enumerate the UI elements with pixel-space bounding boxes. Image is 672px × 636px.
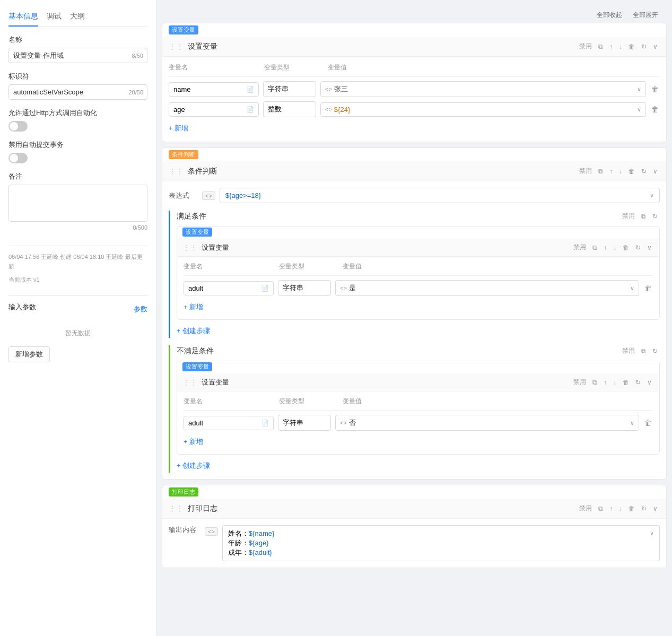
unsat-var-type-adult[interactable]: 字符串 [278,415,331,431]
var-value-age[interactable]: <> ${24} ∨ [320,102,646,117]
sat-var-table-header: 变量名 变量类型 变量值 [184,262,653,276]
set-var-block-1: 设置变量 ⋮⋮ 设置变量 禁用 ⧉ ↑ ↓ 🗑 ↻ ∨ 变量名 [162,23,667,142]
tab-basic-info[interactable]: 基本信息 [8,8,38,27]
set-var-title-1: 设置变量 [188,42,577,51]
expand-btn-cond[interactable]: ∨ [651,167,660,176]
copy-btn-sat[interactable]: ⧉ [639,212,648,221]
expr-value-wrap[interactable]: ${age>=18} ∨ [220,188,660,203]
copy-btn-sat-n[interactable]: ⧉ [590,243,599,252]
delete-btn-print[interactable]: 🗑 [626,504,637,513]
var-value-name[interactable]: <> 张三 ∨ [320,81,646,97]
disable-btn-sat-nested[interactable]: 禁用 [571,242,588,253]
sat-var-type-adult[interactable]: 字符串 [278,280,331,296]
create-step-unsat[interactable]: + 创建步骤 [177,459,210,473]
copy-btn-unsat[interactable]: ⧉ [639,346,648,356]
var-name-input-age[interactable]: 📄 [169,102,259,117]
delete-btn-sat-n[interactable]: 🗑 [621,243,631,252]
expand-btn-unsat-n[interactable]: ∨ [645,378,654,387]
delete-btn-unsat[interactable]: ↻ [650,346,660,356]
up-btn-cond[interactable]: ↑ [607,167,615,176]
disable-btn-sat[interactable]: 禁用 [620,211,637,222]
http-toggle[interactable] [8,121,28,132]
refresh-btn-unsat-n[interactable]: ↻ [633,378,643,387]
unsat-var-name-adult[interactable]: 📄 [184,416,274,430]
expr-label: 表达式 [169,191,198,201]
add-param-button[interactable]: 新增参数 [8,346,50,362]
copy-btn-cond[interactable]: ⧉ [596,167,605,176]
unsat-delete-row[interactable]: 🗑 [643,417,653,428]
refresh-btn-1[interactable]: ↻ [639,42,649,51]
up-btn-unsat-n[interactable]: ↑ [601,378,609,387]
remark-char-count: 0/500 [8,224,147,231]
expand-btn-1[interactable]: ∨ [651,42,660,51]
collapse-all-button[interactable]: 全部收起 [594,10,625,21]
disable-btn-1[interactable]: 禁用 [577,41,594,52]
unsat-var-field-adult[interactable] [188,419,259,427]
drag-handle-1[interactable]: ⋮⋮ [169,42,184,51]
sat-var-name-adult[interactable]: 📄 [184,281,274,295]
var-type-name[interactable]: 字符串 [263,81,316,97]
top-controls: 全部收起 全部展开 [162,5,667,23]
output-content[interactable]: 姓名：${name} 年龄：${age} 成年：${adult} ∨ [222,525,660,561]
sat-doc-icon: 📄 [261,285,269,292]
id-input[interactable] [8,84,147,100]
down-btn-print[interactable]: ↓ [617,504,624,513]
down-btn-sat-n[interactable]: ↓ [611,243,618,252]
disable-btn-cond[interactable]: 禁用 [577,165,594,177]
expr-chevron[interactable]: ∨ [650,192,654,199]
tab-outline[interactable]: 大纲 [70,8,85,27]
sat-var-value-adult[interactable]: <> 是 ∨ [335,280,639,296]
drag-handle-cond[interactable]: ⋮⋮ [169,167,184,176]
delete-row-name[interactable]: 🗑 [650,84,660,94]
disable-btn-print[interactable]: 禁用 [577,503,594,514]
sat-add-row-btn[interactable]: + 新增 [184,300,203,314]
add-row-btn-1[interactable]: + 新增 [169,121,188,135]
drag-handle-unsat[interactable]: ⋮⋮ [182,378,197,387]
drag-handle-sat[interactable]: ⋮⋮ [182,243,197,252]
sat-delete-row[interactable]: 🗑 [643,283,653,293]
down-btn-cond[interactable]: ↓ [617,167,624,176]
remark-input[interactable] [8,185,147,222]
unsat-add-row-btn[interactable]: + 新增 [184,435,203,449]
drag-handle-print[interactable]: ⋮⋮ [169,504,184,513]
auto-submit-toggle[interactable] [8,153,28,163]
delete-row-age[interactable]: 🗑 [650,104,660,115]
copy-btn-1[interactable]: ⧉ [596,42,605,51]
up-btn-sat-n[interactable]: ↑ [601,243,609,252]
id-char-count: 20/50 [128,89,143,95]
tab-debug[interactable]: 调试 [47,8,62,27]
delete-btn-cond[interactable]: 🗑 [626,167,637,176]
refresh-btn-sat-n[interactable]: ↻ [633,243,643,252]
copy-btn-print[interactable]: ⧉ [596,504,605,513]
down-btn-1[interactable]: ↓ [617,42,624,51]
up-btn-print[interactable]: ↑ [607,504,615,513]
refresh-btn-print[interactable]: ↻ [639,504,649,513]
delete-btn-unsat-n[interactable]: 🗑 [621,378,631,387]
var-row-age: 📄 整数 <> ${24} ∨ 🗑 [169,101,660,117]
disable-btn-unsat[interactable]: 禁用 [620,345,637,356]
unsat-var-value-adult[interactable]: <> 否 ∨ [335,415,639,431]
disable-btn-unsat-n[interactable]: 禁用 [571,377,588,388]
copy-btn-unsat-n[interactable]: ⧉ [590,378,599,387]
var-name-field-name[interactable] [173,85,245,93]
refresh-btn-cond[interactable]: ↻ [639,167,649,176]
var-value-chevron-age[interactable]: ∨ [637,106,641,113]
name-input[interactable] [8,48,147,63]
sat-var-field-adult[interactable] [188,284,259,292]
up-btn-1[interactable]: ↑ [607,42,615,51]
unsat-chevron[interactable]: ∨ [630,420,634,426]
var-name-input-name[interactable]: 📄 [169,82,259,97]
output-chevron[interactable]: ∨ [650,530,654,537]
expand-btn-sat-n[interactable]: ∨ [645,243,654,252]
delete-btn-1[interactable]: 🗑 [626,42,637,51]
var-type-age[interactable]: 整数 [263,101,316,117]
expand-btn-print[interactable]: ∨ [651,504,660,513]
expand-all-button[interactable]: 全部展开 [630,10,661,21]
params-link[interactable]: 参数 [134,304,147,314]
down-btn-unsat-n[interactable]: ↓ [611,378,618,387]
var-value-chevron-name[interactable]: ∨ [637,86,641,93]
create-step-satisfied[interactable]: + 创建步骤 [177,324,210,338]
sat-chevron[interactable]: ∨ [630,285,634,292]
var-name-field-age[interactable] [173,106,245,114]
delete-btn-sat[interactable]: ↻ [650,212,660,221]
